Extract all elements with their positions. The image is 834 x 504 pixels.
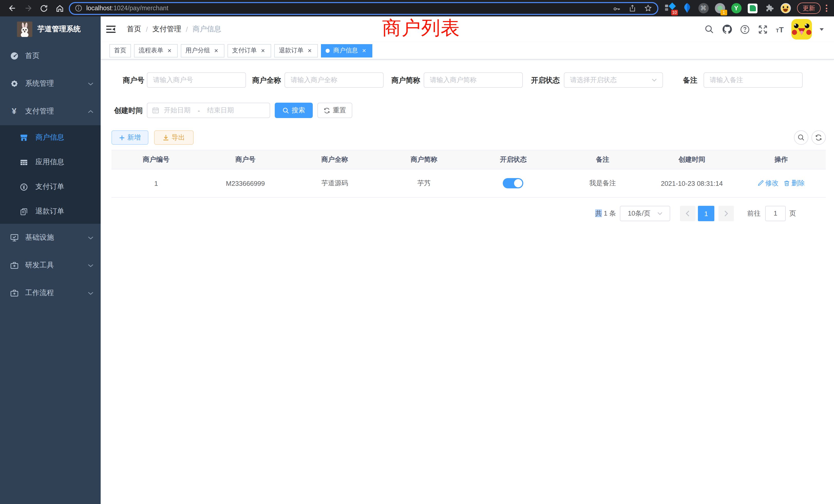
sidebar-item-home[interactable]: 首页: [0, 42, 101, 70]
extension-command-icon[interactable]: ⌘: [698, 3, 709, 14]
navbar-actions: TT: [704, 17, 824, 42]
tab-home[interactable]: 首页: [109, 44, 131, 57]
dashboard-icon: [10, 52, 19, 60]
browser-back-button[interactable]: [4, 1, 20, 16]
close-icon[interactable]: ×: [213, 47, 220, 54]
create-time-range-input[interactable]: 开始日期 - 结束日期: [147, 102, 270, 118]
browser-update-button[interactable]: 更新: [797, 3, 821, 14]
merchant-no-input[interactable]: 请输入商户号: [147, 72, 246, 88]
sidebar-item-workflow[interactable]: 工作流程: [0, 279, 101, 307]
browser-reload-button[interactable]: [36, 1, 52, 16]
tab-refund-order[interactable]: 退款订单×: [274, 44, 318, 57]
sidebar-item-merchant-info[interactable]: 商户信息: [0, 125, 101, 150]
close-icon[interactable]: ×: [259, 47, 266, 54]
table-grid-icon: [20, 158, 28, 166]
page-content: 商户号 请输入商户号 商户全称 请输入商户全称 商户简称 请输入商户简称 开启状…: [101, 60, 834, 503]
download-icon: [163, 135, 169, 141]
prev-page-button[interactable]: [680, 206, 695, 221]
browser-forward-button[interactable]: [20, 1, 36, 16]
chevron-down-icon: [88, 236, 93, 239]
close-icon[interactable]: ×: [360, 47, 368, 54]
breadcrumb-current: 商户信息: [193, 25, 221, 34]
app-window: 芋道管理系统 首页 系统管理 ¥ 支付管理: [0, 17, 834, 504]
tags-view: 首页 流程表单× 用户分组× 支付订单× 退款订单× 商户信息×: [101, 42, 834, 60]
site-info-icon[interactable]: [75, 5, 82, 12]
remark-input[interactable]: 请输入备注: [704, 72, 803, 88]
search-icon: [282, 107, 289, 114]
fullscreen-icon[interactable]: [758, 24, 768, 35]
export-button[interactable]: 导出: [154, 130, 194, 145]
close-icon[interactable]: ×: [306, 47, 313, 54]
refresh-table-button[interactable]: [811, 130, 826, 145]
bookmark-star-icon[interactable]: [644, 4, 652, 12]
sidebar-item-system[interactable]: 系统管理: [0, 70, 101, 97]
status-toggle[interactable]: [503, 178, 524, 188]
extension-y-icon[interactable]: Y: [731, 3, 742, 14]
reset-button[interactable]: 重置: [317, 102, 352, 118]
app-logo[interactable]: 芋道管理系统: [0, 17, 101, 42]
avatar-caret-icon[interactable]: [820, 28, 824, 30]
close-icon[interactable]: ×: [166, 47, 173, 54]
profile-avatar-icon[interactable]: [780, 3, 791, 14]
breadcrumb-home[interactable]: 首页: [127, 25, 141, 34]
sidebar-item-infra[interactable]: 基础设施: [0, 224, 101, 251]
sidebar-item-app-info[interactable]: 应用信息: [0, 150, 101, 175]
merchant-no-label: 商户号: [101, 72, 144, 88]
help-icon[interactable]: [740, 24, 750, 35]
add-button[interactable]: 新增: [111, 130, 148, 145]
sidebar-item-pay[interactable]: ¥ 支付管理: [0, 97, 101, 125]
user-avatar[interactable]: [791, 19, 812, 40]
show-search-toggle-button[interactable]: [794, 130, 808, 145]
tab-user-group[interactable]: 用户分组×: [181, 44, 224, 57]
tab-merchant-info[interactable]: 商户信息×: [321, 44, 372, 57]
extensions-puzzle-icon[interactable]: [764, 3, 774, 14]
main-area: 首页 / 支付管理 / 商户信息: [101, 17, 834, 504]
password-key-icon[interactable]: [613, 4, 621, 12]
extension-recorder-icon[interactable]: 1: [714, 3, 725, 14]
delete-link[interactable]: 删除: [784, 179, 805, 188]
tab-pay-order[interactable]: 支付订单×: [227, 44, 271, 57]
search-button[interactable]: 搜索: [275, 102, 313, 118]
sidebar-item-devtools[interactable]: 研发工具: [0, 251, 101, 279]
sidebar-item-pay-order[interactable]: 支付订单: [0, 175, 101, 199]
gear-icon: [10, 79, 19, 88]
address-bar[interactable]: localhost:1024/pay/merchant: [69, 2, 658, 15]
extension-kite-icon[interactable]: [681, 3, 692, 14]
app-title: 芋道管理系统: [38, 25, 81, 34]
refresh-icon: [324, 107, 330, 114]
store-icon: [20, 134, 28, 141]
sidebar: 芋道管理系统 首页 系统管理 ¥ 支付管理: [0, 17, 101, 504]
page-number-1[interactable]: 1: [698, 206, 714, 221]
table-row: 1 M233666999 芋道源码 芋艿 我是备注 2021-10-23 08:…: [111, 169, 826, 198]
tab-process-form[interactable]: 流程表单×: [134, 44, 178, 57]
header-search-button[interactable]: [704, 24, 714, 35]
full-name-input[interactable]: 请输入商户全称: [285, 72, 383, 88]
goto-page-input[interactable]: 1: [765, 206, 786, 221]
url-text: localhost:1024/pay/merchant: [86, 5, 169, 12]
sidebar-item-refund-order[interactable]: 退款订单: [0, 199, 101, 224]
browser-menu-button[interactable]: [823, 3, 830, 14]
sidebar-fold-button[interactable]: [105, 24, 116, 35]
extension-diamond-icon[interactable]: 10: [665, 3, 676, 14]
share-icon[interactable]: [629, 4, 636, 12]
cell-remark: 我是备注: [558, 169, 647, 197]
search-icon: [797, 134, 805, 141]
browser-home-button[interactable]: [52, 1, 68, 16]
github-icon[interactable]: [722, 24, 732, 35]
page-size-select[interactable]: 10条/页: [620, 206, 670, 221]
next-page-button[interactable]: [719, 206, 734, 221]
edit-link[interactable]: 修改: [758, 179, 778, 188]
forward-arrow-icon: [23, 4, 32, 13]
select-caret-icon: [657, 212, 662, 215]
yen-circle-icon: [20, 183, 28, 191]
font-size-icon[interactable]: TT: [776, 25, 784, 33]
briefcase-icon: [10, 289, 19, 297]
extension-notes-icon[interactable]: [747, 3, 758, 14]
full-name-label: 商户全称: [245, 72, 281, 88]
cell-create-time: 2021-10-23 08:31:14: [647, 169, 737, 197]
status-select[interactable]: 请选择开启状态: [564, 72, 663, 88]
short-name-input[interactable]: 请输入商户简称: [424, 72, 523, 88]
cell-short-name: 芋艿: [379, 169, 468, 197]
breadcrumb-pay[interactable]: 支付管理: [153, 25, 181, 34]
active-dot: [326, 48, 330, 53]
